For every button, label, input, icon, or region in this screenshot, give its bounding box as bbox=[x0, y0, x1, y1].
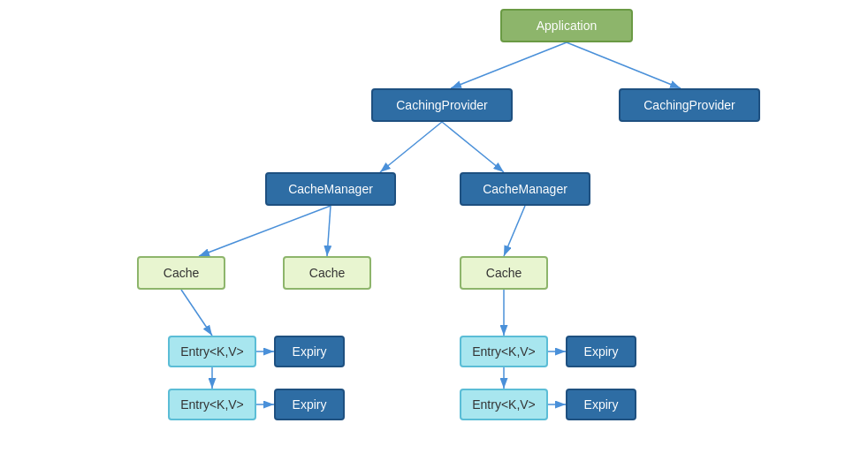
node-caching-provider-2: CachingProvider bbox=[619, 88, 760, 122]
node-entry-3a: Entry<K,V> bbox=[460, 336, 548, 367]
node-expiry-3b: Expiry bbox=[566, 389, 636, 420]
node-expiry-3a: Expiry bbox=[566, 336, 636, 367]
node-application: Application bbox=[500, 9, 633, 42]
node-entry-1b: Entry<K,V> bbox=[168, 389, 256, 420]
svg-line-3 bbox=[380, 122, 442, 172]
node-expiry-1b: Expiry bbox=[274, 389, 345, 420]
svg-line-6 bbox=[327, 206, 331, 256]
node-entry-1a: Entry<K,V> bbox=[168, 336, 256, 367]
node-cache-1: Cache bbox=[137, 256, 225, 290]
svg-line-8 bbox=[181, 290, 212, 336]
node-cache-manager-2: CacheManager bbox=[460, 172, 590, 206]
svg-line-7 bbox=[504, 206, 525, 256]
node-caching-provider-1: CachingProvider bbox=[371, 88, 513, 122]
svg-line-1 bbox=[451, 42, 567, 88]
node-cache-3: Cache bbox=[460, 256, 548, 290]
svg-line-5 bbox=[199, 206, 331, 256]
node-entry-3b: Entry<K,V> bbox=[460, 389, 548, 420]
node-cache-2: Cache bbox=[283, 256, 371, 290]
svg-line-4 bbox=[442, 122, 504, 172]
svg-line-2 bbox=[567, 42, 681, 88]
diagram-container: Application CachingProvider CachingProvi… bbox=[0, 0, 868, 461]
node-expiry-1a: Expiry bbox=[274, 336, 345, 367]
connectors-svg bbox=[0, 0, 868, 461]
node-cache-manager-1: CacheManager bbox=[265, 172, 396, 206]
